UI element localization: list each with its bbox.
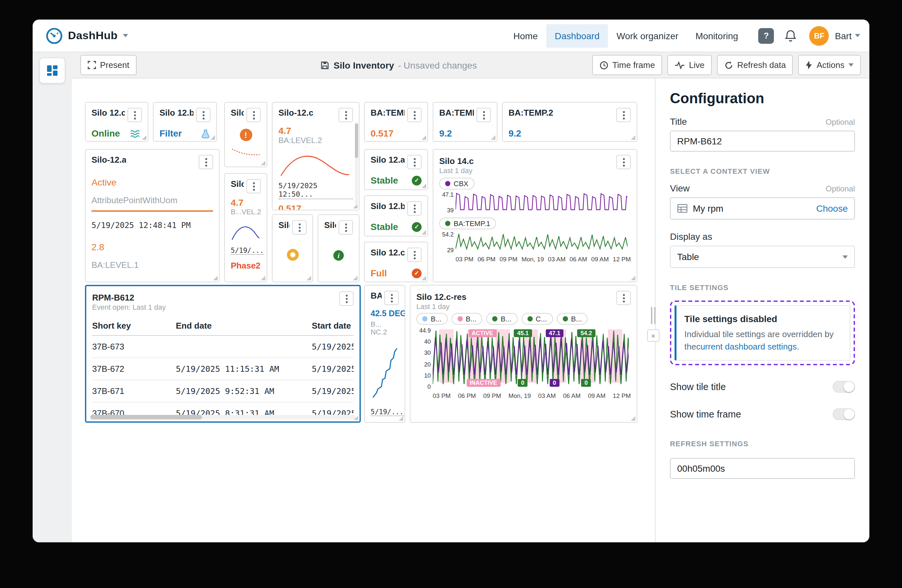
table-view-icon [677,204,687,213]
brand-chevron-down-icon[interactable] [123,34,128,37]
tile-menu-button[interactable] [246,108,261,122]
column-short-key[interactable]: Short key [92,321,176,331]
legend-chip-batemp1[interactable]: BA:TEMP.1 [439,217,496,229]
tile-value: 9.2 [439,128,452,139]
tile-menu-button[interactable] [196,108,210,122]
display-as-select[interactable]: Table [670,246,855,268]
mini-line-chart [231,219,261,243]
tile-menu-button[interactable] [476,108,491,122]
tile-date[interactable]: 5/19/... [371,408,404,416]
tile-silo14c-chart[interactable]: Silo 14.c Last 1 day CBX 47.139 [433,149,637,282]
tile-silo12c-full[interactable]: Silo 12.c Full ✓ [364,242,428,282]
nav-item-home[interactable]: Home [505,24,547,47]
tile-menu-button[interactable] [407,201,421,216]
actions-button[interactable]: Actions [799,55,861,75]
column-start-date[interactable]: Start date [312,321,354,331]
tile-mini-info[interactable]: Silo i [318,214,360,282]
table-row[interactable]: 37B-6735/19/2025 1 [92,336,354,358]
legend-chip[interactable]: B... [486,313,517,325]
tile-menu-button[interactable] [338,108,353,122]
refresh-settings-section-header: REFRESH SETTINGS [670,440,855,447]
tile-ba-narrow[interactable]: BA:C 42.5 DEG B... NC.2 5/19/... [364,285,405,423]
tile-batemp2-small[interactable]: BA:TEMP.2 9.2 [433,102,497,142]
tile-value: 2.8 [91,242,213,252]
table-row[interactable]: 37B-6715/19/2025 9:52:31 AM5/19/2025 9 [92,380,354,402]
cbx-line-chart [456,191,628,213]
notifications-bell-icon[interactable] [782,27,799,44]
tile-silo12b-stable[interactable]: Silo 12.b Stable ✓ [364,195,428,236]
check-icon: ✓ [412,268,421,278]
dashboard-settings-link[interactable]: current dashboard settings [696,342,797,352]
refresh-data-button[interactable]: Refresh data [717,55,793,75]
tile-scrollbar[interactable] [355,122,358,205]
tile-menu-button[interactable] [407,155,421,169]
tile-title: Silo 12.a [371,155,405,165]
tile-menu-button[interactable] [199,155,213,169]
panel-close-button[interactable]: × [647,329,659,342]
tile-value: 4.7 [279,125,353,136]
tile-silo12cres-chart[interactable]: Silo 12.c-res Last 1 day B... B... B... … [410,285,637,423]
tile-date[interactable]: 5/19/2025 12:50... [279,181,353,199]
tile-menu-button[interactable] [616,108,631,122]
nav-item-monitoring[interactable]: Monitoring [687,24,747,47]
timestamp: 5/19/2025 12:48:41 PM [91,221,213,230]
tile-menu-button[interactable] [127,108,142,122]
choose-view-link[interactable]: Choose [816,203,848,214]
tile-menu-button[interactable] [407,248,421,262]
refresh-interval-input[interactable] [670,458,855,479]
user-menu-chevron-down-icon[interactable] [855,34,860,37]
tile-silo12a-detail[interactable]: Silo-12.a Active AttributePointWithUom 5… [85,149,219,282]
brand-name: DashHub [68,29,117,42]
tile-silo12a-stable[interactable]: Silo 12.a Stable ✓ [364,149,428,190]
view-field[interactable]: My rpm Choose [670,197,855,219]
tile-batemp1[interactable]: BA:TEMP.1 0.517 [364,102,428,142]
tile-mini-warning[interactable]: Silo [272,214,313,282]
dashboard-layout-button[interactable] [39,58,65,84]
tile-title: Silo-12.c [279,108,313,117]
tile-menu-button[interactable] [292,220,307,235]
tile-silo12b-filter[interactable]: Silo 12.b Filter [153,102,217,142]
legend-chip[interactable]: B... [417,313,448,325]
tile-menu-button[interactable] [384,291,399,305]
legend-chip[interactable]: B... [451,313,482,325]
tile-menu-button[interactable] [407,108,421,122]
tile-silo-mini-chart[interactable]: Silo- 4.7 B...VEL.2 5/19/... Phase2 [224,173,267,282]
time-frame-button[interactable]: Time frame [592,55,662,75]
y-axis-labels: 54.229 [439,231,454,254]
column-end-date[interactable]: End date [176,321,312,331]
display-as-value: Table [677,252,699,262]
table-row[interactable]: 37B-6725/19/2025 11:15:31 AM5/19/2025 1 [92,358,354,380]
tile-silo12c-chart[interactable]: Silo-12.c 4.7 BA:LEVEL.2 5/19/2025 12:50… [272,102,360,210]
legend-chip[interactable]: B... [557,313,587,325]
present-button[interactable]: Present [80,55,136,75]
panel-resize-handle[interactable] [651,307,656,324]
tile-menu-button[interactable] [338,220,353,235]
tile-title: Silo- [231,179,244,189]
tile-title: Silo [324,220,336,230]
tile-rpm-table[interactable]: RPM-B612 Event open: Last 1 day Short ke… [85,285,361,423]
legend-chip[interactable]: C... [521,313,553,325]
tile-menu-button[interactable] [616,155,631,169]
zero-badge: 0 [550,379,559,387]
view-label: View [670,183,689,193]
tile-menu-button[interactable] [616,291,631,305]
title-input[interactable] [670,131,855,152]
tile-date[interactable]: 5/19/... [231,246,264,255]
tile-silo12c-online[interactable]: Silo 12.c Online [85,102,148,142]
avatar[interactable]: BF [810,26,829,45]
show-tile-title-toggle[interactable] [833,381,855,393]
nav-item-work-organizer[interactable]: Work organizer [608,24,687,47]
help-icon[interactable]: ? [758,28,774,44]
tile-silo1-alert[interactable]: Silo 1 ! [224,102,267,167]
legend-chip-cbx[interactable]: CBX [439,178,474,189]
show-time-frame-toggle[interactable] [833,408,855,420]
live-button[interactable]: Live [667,55,712,75]
tile-menu-button[interactable] [339,291,354,306]
nav-item-dashboard[interactable]: Dashboard [547,24,608,47]
title-label: Title [670,116,687,127]
horizontal-scrollbar[interactable] [90,415,355,419]
tile-menu-button[interactable] [246,179,261,193]
tile-batemp2-wide[interactable]: BA:TEMP.2 9.2 [502,102,637,142]
table-row[interactable]: 37B-6705/19/2025 8:31:31 AM5/19/2025 8 [92,402,354,423]
user-name: Bart [835,30,852,41]
